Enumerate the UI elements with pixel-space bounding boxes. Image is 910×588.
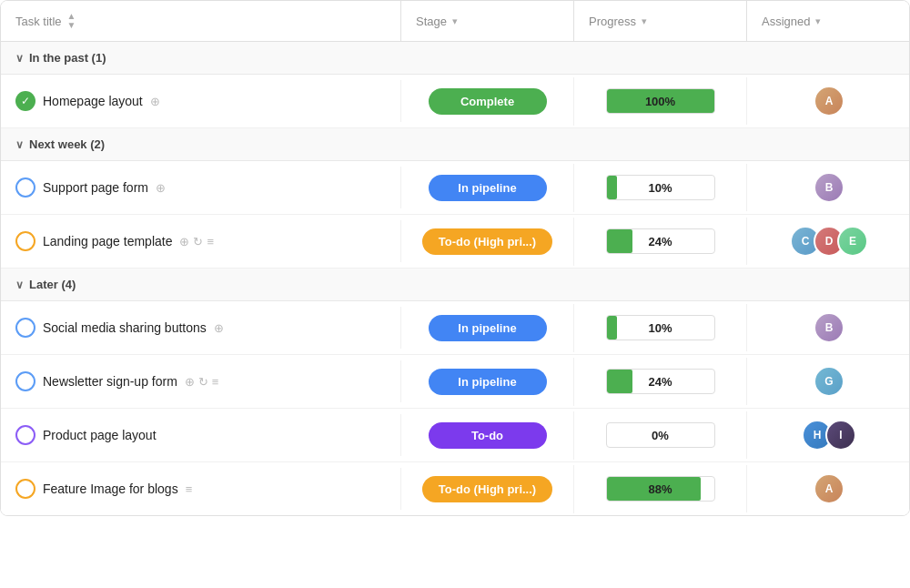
status-inprogress-icon <box>15 371 35 391</box>
task-name: Landing page template ⊕↻≡ <box>43 234 386 248</box>
stage-cell: To-do (High pri...) <box>401 218 574 266</box>
group-label: Later (4) <box>29 278 76 291</box>
stage-badge[interactable]: In pipeline <box>429 315 547 341</box>
avatar-group: A <box>814 473 844 504</box>
progress-cell: 24% <box>574 358 747 405</box>
status-todo-icon <box>15 479 35 499</box>
task-title-cell: Social media sharing buttons ⊕ <box>1 307 401 349</box>
assigned-cell: A <box>747 75 910 127</box>
progress-text: 24% <box>607 375 714 389</box>
task-name: Feature Image for blogs ≡ <box>43 482 386 496</box>
task-title-text: Social media sharing buttons <box>43 320 207 335</box>
progress-cell: 100% <box>574 77 747 125</box>
avatar-group: A <box>814 86 844 117</box>
link-icon: ⊕ <box>150 95 160 108</box>
stage-label: Stage <box>416 15 447 28</box>
link-icon: ⊕ <box>185 375 195 389</box>
task-title-text: Landing page template <box>43 234 172 248</box>
group-chevron-icon: ∨ <box>15 138 24 151</box>
avatar: A <box>814 473 844 504</box>
task-table: Task title ▲▼ Stage ▾ Progress ▾ Assigne… <box>0 0 910 516</box>
stage-cell: Complete <box>401 77 574 126</box>
table-row[interactable]: Social media sharing buttons ⊕ In pipeli… <box>1 301 909 355</box>
status-inprogress-icon <box>15 177 35 198</box>
avatar: B <box>814 172 844 203</box>
table-row[interactable]: Product page layout To-do 0% HI <box>1 409 909 462</box>
progress-chevron-icon: ▾ <box>642 15 647 27</box>
stage-badge[interactable]: In pipeline <box>429 175 547 201</box>
task-name: Product page layout <box>43 428 386 442</box>
task-icon-group: ≡ <box>186 482 193 496</box>
task-title-text: Newsletter sign-up form <box>43 374 177 389</box>
task-title-sort-icon: ▲▼ <box>67 12 76 30</box>
progress-text: 10% <box>607 321 714 335</box>
table-row[interactable]: Feature Image for blogs ≡ To-do (High pr… <box>1 462 909 515</box>
table-row[interactable]: Support page form ⊕ In pipeline 10% B <box>1 161 909 215</box>
task-icon-group: ⊕ <box>156 181 166 195</box>
assigned-cell: G <box>747 355 910 408</box>
groups-container: ∨ In the past (1) ✓ Homepage layout ⊕ Co… <box>1 42 909 515</box>
table-header: Task title ▲▼ Stage ▾ Progress ▾ Assigne… <box>1 1 909 42</box>
avatar: I <box>825 420 856 451</box>
task-title-text: Support page form <box>43 180 148 195</box>
group-label: Next week (2) <box>29 137 105 151</box>
stage-cell: To-do <box>401 411 574 460</box>
header-assigned[interactable]: Assigned ▾ <box>747 1 910 41</box>
task-title-text: Feature Image for blogs <box>43 482 178 496</box>
stage-badge[interactable]: To-do (High pri...) <box>422 476 552 502</box>
group-header-in-the-past[interactable]: ∨ In the past (1) <box>1 42 909 75</box>
stage-badge[interactable]: To-do <box>429 422 547 449</box>
progress-bar: 0% <box>606 422 715 448</box>
task-title-cell: Product page layout <box>1 414 401 456</box>
progress-text: 88% <box>607 482 714 496</box>
task-icon-group: ⊕ <box>214 321 224 335</box>
progress-bar: 10% <box>606 315 715 340</box>
assigned-cell: B <box>747 301 910 354</box>
table-row[interactable]: Landing page template ⊕↻≡ To-do (High pr… <box>1 215 909 269</box>
list-icon: ≡ <box>186 482 193 496</box>
task-icon-group: ⊕↻≡ <box>179 235 214 248</box>
progress-bar: 100% <box>606 88 715 114</box>
link-icon: ⊕ <box>156 181 166 195</box>
stage-badge[interactable]: Complete <box>429 88 547 115</box>
progress-bar: 24% <box>606 369 715 394</box>
task-title-label: Task title <box>15 15 62 28</box>
stage-badge[interactable]: To-do (High pri...) <box>422 228 552 255</box>
assigned-label: Assigned <box>762 15 810 28</box>
avatar: A <box>814 86 844 117</box>
status-todo-icon <box>15 231 35 251</box>
task-title-cell: Landing page template ⊕↻≡ <box>1 220 401 262</box>
list-icon: ≡ <box>207 235 214 248</box>
group-header-later[interactable]: ∨ Later (4) <box>1 269 909 301</box>
stage-cell: In pipeline <box>401 358 574 406</box>
progress-cell: 0% <box>574 411 747 459</box>
header-progress[interactable]: Progress ▾ <box>574 1 747 41</box>
header-task-title[interactable]: Task title ▲▼ <box>1 1 401 41</box>
task-title-cell: Support page form ⊕ <box>1 167 401 208</box>
link-icon: ⊕ <box>179 235 189 248</box>
avatar-group: CDE <box>790 226 868 257</box>
avatar-group: HI <box>802 420 856 451</box>
stage-badge[interactable]: In pipeline <box>429 369 547 395</box>
table-row[interactable]: ✓ Homepage layout ⊕ Complete 100% <box>1 75 909 128</box>
progress-cell: 10% <box>574 164 747 211</box>
progress-text: 0% <box>607 429 714 442</box>
avatar-group: B <box>814 312 844 343</box>
header-stage[interactable]: Stage ▾ <box>401 1 574 41</box>
progress-label: Progress <box>589 15 636 28</box>
assigned-chevron-icon: ▾ <box>815 15 821 27</box>
link-icon: ⊕ <box>214 321 224 335</box>
progress-cell: 24% <box>574 218 747 265</box>
assigned-cell: CDE <box>747 215 910 268</box>
task-name: Support page form ⊕ <box>43 180 386 195</box>
progress-cell: 10% <box>574 304 747 351</box>
avatar-group: B <box>814 172 844 203</box>
group-header-next-week[interactable]: ∨ Next week (2) <box>1 128 909 161</box>
group-chevron-icon: ∨ <box>15 279 24 291</box>
progress-bar: 88% <box>606 476 715 502</box>
refresh-icon: ↻ <box>198 375 208 389</box>
task-name: Homepage layout ⊕ <box>43 94 386 108</box>
task-name: Social media sharing buttons ⊕ <box>43 320 386 335</box>
status-inprogress-icon <box>15 318 35 338</box>
table-row[interactable]: Newsletter sign-up form ⊕↻≡ In pipeline … <box>1 355 909 409</box>
